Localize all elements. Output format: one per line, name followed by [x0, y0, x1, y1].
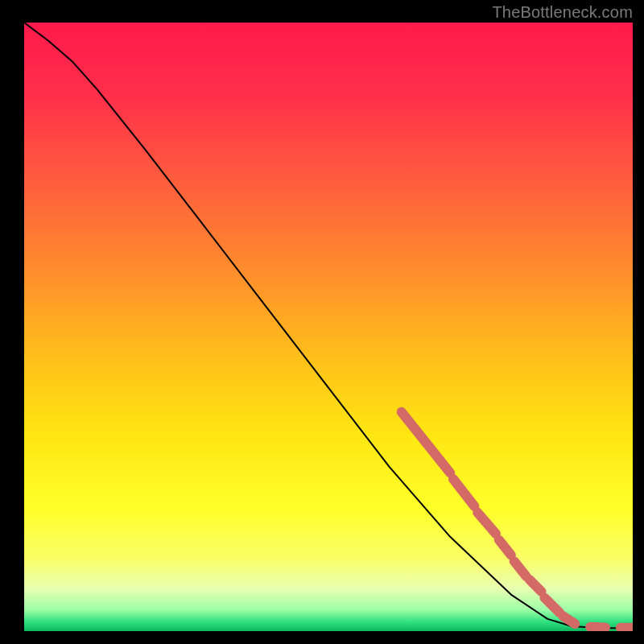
- gradient-background: [24, 23, 633, 631]
- chart-plot-area: [24, 23, 633, 631]
- chart-frame: TheBottleneck.com: [0, 0, 644, 644]
- data-dot-segment: [590, 627, 605, 628]
- data-dot-segment: [563, 616, 575, 624]
- watermark-text: TheBottleneck.com: [492, 3, 633, 22]
- bottleneck-curve-chart: [24, 23, 633, 631]
